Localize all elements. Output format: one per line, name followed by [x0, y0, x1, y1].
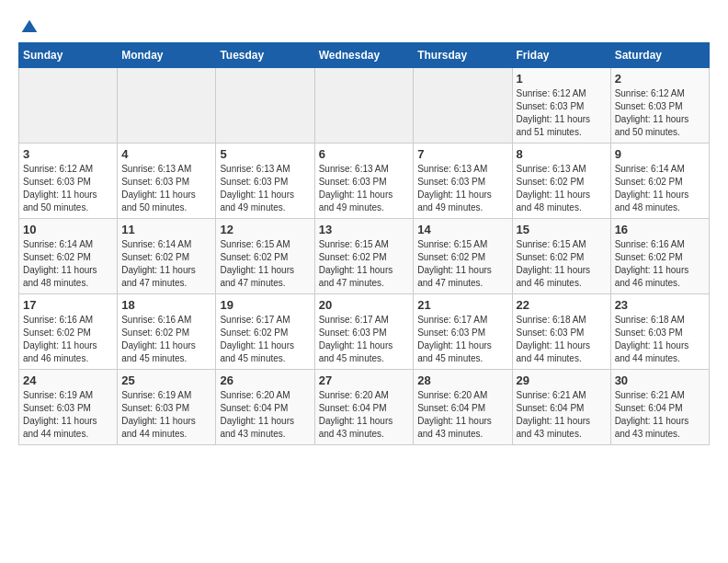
calendar-week-row: 24Sunrise: 6:19 AM Sunset: 6:03 PM Dayli…: [19, 370, 710, 445]
calendar-cell: [118, 68, 216, 144]
day-number: 25: [121, 373, 211, 387]
day-number: 14: [417, 223, 507, 236]
calendar-day-header: Tuesday: [216, 43, 314, 68]
calendar-week-row: 17Sunrise: 6:16 AM Sunset: 6:02 PM Dayli…: [19, 294, 710, 370]
calendar-week-row: 3Sunrise: 6:12 AM Sunset: 6:03 PM Daylig…: [19, 144, 710, 219]
calendar-cell: 5Sunrise: 6:13 AM Sunset: 6:03 PM Daylig…: [216, 144, 314, 219]
calendar-cell: 8Sunrise: 6:13 AM Sunset: 6:02 PM Daylig…: [512, 144, 610, 219]
day-number: 12: [220, 223, 310, 236]
calendar-cell: 10Sunrise: 6:14 AM Sunset: 6:02 PM Dayli…: [19, 219, 118, 294]
day-info: Sunrise: 6:21 AM Sunset: 6:04 PM Dayligh…: [517, 389, 607, 441]
day-number: 7: [417, 147, 507, 161]
svg-marker-0: [22, 20, 38, 32]
calendar-cell: 23Sunrise: 6:18 AM Sunset: 6:03 PM Dayli…: [610, 294, 709, 370]
calendar-day-header: Wednesday: [314, 43, 414, 68]
calendar-cell: 16Sunrise: 6:16 AM Sunset: 6:02 PM Dayli…: [610, 219, 709, 294]
calendar-cell: 3Sunrise: 6:12 AM Sunset: 6:03 PM Daylig…: [19, 144, 118, 219]
day-info: Sunrise: 6:13 AM Sunset: 6:03 PM Dayligh…: [417, 163, 507, 214]
day-info: Sunrise: 6:16 AM Sunset: 6:02 PM Dayligh…: [615, 238, 705, 290]
day-info: Sunrise: 6:13 AM Sunset: 6:02 PM Dayligh…: [517, 163, 607, 214]
day-number: 20: [319, 298, 410, 312]
calendar-cell: [314, 68, 414, 144]
day-number: 28: [417, 373, 507, 387]
day-info: Sunrise: 6:21 AM Sunset: 6:04 PM Dayligh…: [615, 389, 705, 441]
day-info: Sunrise: 6:13 AM Sunset: 6:03 PM Dayligh…: [121, 163, 211, 214]
calendar-cell: 11Sunrise: 6:14 AM Sunset: 6:02 PM Dayli…: [118, 219, 216, 294]
calendar-day-header: Thursday: [414, 43, 512, 68]
day-info: Sunrise: 6:17 AM Sunset: 6:03 PM Dayligh…: [319, 314, 410, 365]
calendar-cell: 14Sunrise: 6:15 AM Sunset: 6:02 PM Dayli…: [414, 219, 512, 294]
day-number: 3: [23, 147, 113, 161]
calendar-cell: 6Sunrise: 6:13 AM Sunset: 6:03 PM Daylig…: [314, 144, 414, 219]
day-info: Sunrise: 6:17 AM Sunset: 6:02 PM Dayligh…: [220, 314, 310, 365]
day-info: Sunrise: 6:19 AM Sunset: 6:03 PM Dayligh…: [121, 389, 211, 441]
day-number: 5: [220, 147, 310, 161]
calendar-cell: 29Sunrise: 6:21 AM Sunset: 6:04 PM Dayli…: [512, 370, 610, 445]
logo-icon: [20, 18, 39, 37]
day-info: Sunrise: 6:14 AM Sunset: 6:02 PM Dayligh…: [121, 238, 211, 290]
day-number: 16: [615, 223, 705, 236]
calendar-cell: 9Sunrise: 6:14 AM Sunset: 6:02 PM Daylig…: [610, 144, 709, 219]
day-info: Sunrise: 6:15 AM Sunset: 6:02 PM Dayligh…: [319, 238, 410, 290]
day-number: 1: [517, 72, 607, 86]
day-info: Sunrise: 6:15 AM Sunset: 6:02 PM Dayligh…: [417, 238, 507, 290]
calendar-cell: 13Sunrise: 6:15 AM Sunset: 6:02 PM Dayli…: [314, 219, 414, 294]
day-number: 15: [517, 223, 607, 236]
day-number: 27: [319, 373, 410, 387]
calendar-cell: 24Sunrise: 6:19 AM Sunset: 6:03 PM Dayli…: [19, 370, 118, 445]
calendar-day-header: Saturday: [610, 43, 709, 68]
day-number: 21: [417, 298, 507, 312]
day-number: 19: [220, 298, 310, 312]
calendar-cell: 12Sunrise: 6:15 AM Sunset: 6:02 PM Dayli…: [216, 219, 314, 294]
day-number: 24: [23, 373, 113, 387]
logo: [18, 18, 39, 33]
day-number: 18: [121, 298, 211, 312]
day-number: 13: [319, 223, 410, 236]
calendar-header-row: SundayMondayTuesdayWednesdayThursdayFrid…: [19, 43, 710, 68]
day-info: Sunrise: 6:14 AM Sunset: 6:02 PM Dayligh…: [23, 238, 113, 290]
calendar-body: 1Sunrise: 6:12 AM Sunset: 6:03 PM Daylig…: [19, 68, 710, 445]
day-info: Sunrise: 6:12 AM Sunset: 6:03 PM Dayligh…: [23, 163, 113, 214]
calendar-cell: 15Sunrise: 6:15 AM Sunset: 6:02 PM Dayli…: [512, 219, 610, 294]
day-number: 6: [319, 147, 410, 161]
day-info: Sunrise: 6:13 AM Sunset: 6:03 PM Dayligh…: [319, 163, 410, 214]
calendar-cell: 30Sunrise: 6:21 AM Sunset: 6:04 PM Dayli…: [610, 370, 709, 445]
calendar-cell: 22Sunrise: 6:18 AM Sunset: 6:03 PM Dayli…: [512, 294, 610, 370]
calendar-cell: 19Sunrise: 6:17 AM Sunset: 6:02 PM Dayli…: [216, 294, 314, 370]
calendar-week-row: 10Sunrise: 6:14 AM Sunset: 6:02 PM Dayli…: [19, 219, 710, 294]
day-info: Sunrise: 6:12 AM Sunset: 6:03 PM Dayligh…: [517, 87, 607, 139]
day-number: 26: [220, 373, 310, 387]
day-number: 29: [517, 373, 607, 387]
day-info: Sunrise: 6:18 AM Sunset: 6:03 PM Dayligh…: [615, 314, 705, 365]
day-number: 11: [121, 223, 211, 236]
calendar-week-row: 1Sunrise: 6:12 AM Sunset: 6:03 PM Daylig…: [19, 68, 710, 144]
calendar-cell: [414, 68, 512, 144]
day-info: Sunrise: 6:20 AM Sunset: 6:04 PM Dayligh…: [417, 389, 507, 441]
day-info: Sunrise: 6:16 AM Sunset: 6:02 PM Dayligh…: [121, 314, 211, 365]
day-info: Sunrise: 6:19 AM Sunset: 6:03 PM Dayligh…: [23, 389, 113, 441]
calendar-cell: 25Sunrise: 6:19 AM Sunset: 6:03 PM Dayli…: [118, 370, 216, 445]
day-info: Sunrise: 6:18 AM Sunset: 6:03 PM Dayligh…: [517, 314, 607, 365]
day-number: 4: [121, 147, 211, 161]
day-info: Sunrise: 6:20 AM Sunset: 6:04 PM Dayligh…: [319, 389, 410, 441]
calendar-cell: 26Sunrise: 6:20 AM Sunset: 6:04 PM Dayli…: [216, 370, 314, 445]
calendar-cell: [216, 68, 314, 144]
day-number: 30: [615, 373, 705, 387]
day-number: 2: [615, 72, 705, 86]
calendar-cell: 27Sunrise: 6:20 AM Sunset: 6:04 PM Dayli…: [314, 370, 414, 445]
calendar-table: SundayMondayTuesdayWednesdayThursdayFrid…: [18, 42, 710, 445]
day-number: 23: [615, 298, 705, 312]
calendar-cell: 17Sunrise: 6:16 AM Sunset: 6:02 PM Dayli…: [19, 294, 118, 370]
calendar-cell: 21Sunrise: 6:17 AM Sunset: 6:03 PM Dayli…: [414, 294, 512, 370]
day-info: Sunrise: 6:15 AM Sunset: 6:02 PM Dayligh…: [220, 238, 310, 290]
calendar-cell: 20Sunrise: 6:17 AM Sunset: 6:03 PM Dayli…: [314, 294, 414, 370]
day-info: Sunrise: 6:20 AM Sunset: 6:04 PM Dayligh…: [220, 389, 310, 441]
day-number: 9: [615, 147, 705, 161]
day-info: Sunrise: 6:16 AM Sunset: 6:02 PM Dayligh…: [23, 314, 113, 365]
day-number: 22: [517, 298, 607, 312]
calendar-cell: 2Sunrise: 6:12 AM Sunset: 6:03 PM Daylig…: [610, 68, 709, 144]
day-number: 17: [23, 298, 113, 312]
day-number: 8: [517, 147, 607, 161]
day-info: Sunrise: 6:15 AM Sunset: 6:02 PM Dayligh…: [517, 238, 607, 290]
calendar-day-header: Friday: [512, 43, 610, 68]
